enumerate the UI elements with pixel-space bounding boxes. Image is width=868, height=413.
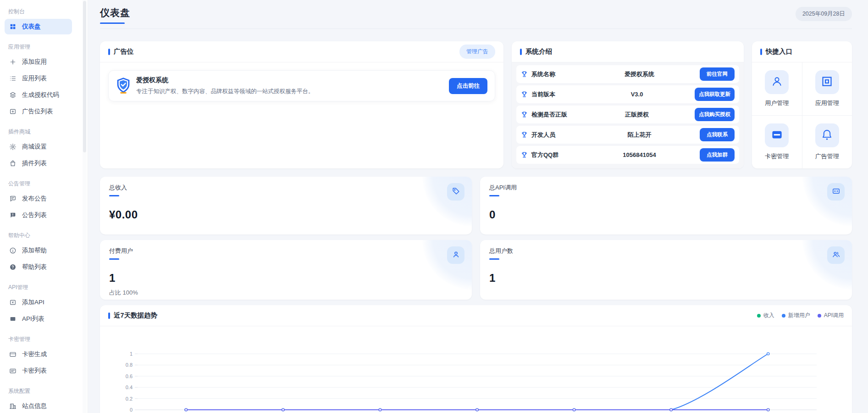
sidebar-item-add-help[interactable]: 添加帮助 (5, 243, 72, 258)
system-row-current-version: 当前版本V3.0点我获取更新 (516, 85, 739, 103)
sidebar-item-app-list[interactable]: 应用列表 (5, 71, 72, 86)
sidebar-section-label: 公告管理 (0, 172, 88, 191)
sidebar: 控制台仪表盘应用管理添加应用应用列表生成授权代码广告位列表插件商城商城设置插件列… (0, 0, 88, 413)
trophy-icon (521, 111, 528, 118)
sidebar-item-site-info[interactable]: 站点信息 (5, 398, 72, 413)
chart-legend: 收入新增用户API调用 (757, 312, 844, 319)
box-x-icon (9, 299, 17, 306)
ad-item[interactable]: 爱授权系统 专注于知识产权、数字内容、品牌权益等领域的一站式授权服务平台。 点击… (108, 70, 495, 101)
api-list-icon (9, 315, 17, 323)
system-row-button-developer[interactable]: 点我联系 (700, 128, 735, 141)
sidebar-item-label: 添加帮助 (22, 246, 47, 255)
system-card-title: 系统介绍 (525, 47, 552, 56)
legend-label: API调用 (824, 312, 844, 319)
card-manage-icon (771, 128, 783, 143)
sidebar-nav: 控制台仪表盘应用管理添加应用应用列表生成授权代码广告位列表插件商城商城设置插件列… (0, 0, 88, 413)
sidebar-item-label: 添加API (22, 298, 44, 307)
sidebar-item-label: API列表 (22, 315, 44, 323)
ad-slot-icon (9, 108, 17, 115)
ad-item-description: 专注于知识产权、数字内容、品牌权益等领域的一站式授权服务平台。 (136, 88, 314, 95)
sidebar-scrollbar-thumb[interactable] (83, 1, 86, 152)
sidebar-item-plugin-list[interactable]: 插件列表 (5, 156, 72, 171)
system-row-button-system-name[interactable]: 前往官网 (700, 67, 735, 81)
quick-entry-card-manage[interactable]: 卡密管理 (752, 116, 802, 168)
system-row-label: 官方QQ群 (531, 151, 579, 159)
stat-label-underline (489, 258, 499, 260)
system-row-label: 开发人员 (531, 131, 579, 139)
legend-item-API调用[interactable]: API调用 (818, 312, 844, 319)
quick-entry-card: 快捷入口 用户管理应用管理卡密管理广告管理 (752, 41, 852, 168)
sidebar-item-card-gen[interactable]: 卡密生成 (5, 346, 72, 362)
ad-slot-card: 广告位 管理广告 爱授权系统 专注于知识产权、数字内容、品牌权益等领域的一站式授… (100, 41, 503, 168)
sidebar-section-label: 应用管理 (0, 35, 88, 54)
stats-grid: 总收入¥0.00总API调用0付费用户1占比 100%总用户数1 (100, 177, 852, 300)
user-check-icon (452, 250, 460, 261)
sidebar-scrollbar[interactable] (83, 0, 87, 413)
stat-label: 总用户数 (489, 247, 843, 255)
stat-card-total-api-calls: 总API调用0 (480, 177, 852, 234)
sidebar-item-ad-slot-list[interactable]: 广告位列表 (5, 104, 72, 119)
ad-item-name: 爱授权系统 (136, 76, 314, 84)
api-card-icon (832, 187, 840, 197)
legend-item-收入[interactable]: 收入 (757, 312, 774, 319)
chart-title: 近7天数据趋势 (114, 311, 157, 320)
trophy-icon (521, 71, 528, 78)
system-row-button-qq-group[interactable]: 点我加群 (700, 148, 735, 162)
legend-dot (818, 314, 821, 318)
system-row-button-genuine-check[interactable]: 点我购买授权 (695, 108, 735, 121)
sidebar-item-label: 发布公告 (22, 195, 47, 203)
svg-text:1: 1 (130, 351, 133, 357)
building-icon (9, 402, 17, 410)
svg-text:0.8: 0.8 (126, 362, 133, 368)
quick-entry-user-manage[interactable]: 用户管理 (752, 62, 802, 115)
stat-label-underline (489, 195, 499, 196)
list-icon (9, 75, 17, 82)
user-icon (771, 75, 783, 89)
system-row-value: V3.0 (579, 91, 695, 98)
quick-entry-label: 广告管理 (815, 152, 839, 161)
layers-icon (9, 91, 17, 99)
svg-text:0.4: 0.4 (126, 385, 133, 390)
sidebar-item-label: 仪表盘 (22, 22, 41, 31)
stat-card-total-users: 总用户数1 (480, 240, 852, 300)
sidebar-item-gen-auth-code[interactable]: 生成授权代码 (5, 87, 72, 103)
svg-text:0.6: 0.6 (126, 374, 133, 379)
sidebar-section-label: 帮助中心 (0, 224, 88, 243)
sidebar-item-api-list[interactable]: API列表 (5, 311, 72, 327)
sidebar-item-add-app[interactable]: 添加应用 (5, 54, 72, 70)
svg-text:0.2: 0.2 (126, 396, 133, 402)
sidebar-item-label: 卡密生成 (22, 350, 47, 358)
trend-line-chart: 10.80.60.40.2009-2209-2309-2409-2509-260… (100, 328, 852, 413)
sidebar-item-label: 公告列表 (22, 211, 47, 219)
system-row-value: 爱授权系统 (579, 70, 700, 78)
sidebar-item-help-list[interactable]: 帮助列表 (5, 259, 72, 275)
users-icon (832, 250, 840, 261)
system-row-button-current-version[interactable]: 点我获取更新 (695, 88, 735, 101)
sidebar-item-publish-notice[interactable]: 发布公告 (5, 191, 72, 206)
app-manage-icon (821, 75, 833, 89)
sidebar-item-add-api[interactable]: 添加API (5, 295, 72, 310)
sidebar-item-shop-settings[interactable]: 商城设置 (5, 139, 72, 155)
quick-entry-ad-manage[interactable]: 广告管理 (802, 116, 852, 168)
trophy-icon (521, 131, 528, 138)
quick-entry-label: 应用管理 (815, 99, 839, 107)
sidebar-item-card-list[interactable]: 卡密列表 (5, 363, 72, 379)
quick-entry-grid: 用户管理应用管理卡密管理广告管理 (752, 62, 852, 168)
legend-item-新增用户[interactable]: 新增用户 (782, 312, 810, 319)
manage-ads-button[interactable]: 管理广告 (459, 45, 495, 59)
sidebar-item-label: 卡密列表 (22, 367, 47, 375)
sidebar-item-notice-list[interactable]: 公告列表 (5, 207, 72, 223)
sidebar-item-label: 生成授权代码 (22, 91, 59, 99)
system-row-label: 检测是否正版 (531, 111, 579, 119)
plus-icon (9, 58, 17, 66)
system-row-qq-group: 官方QQ群1056841054点我加群 (516, 146, 739, 164)
sidebar-item-dashboard[interactable]: 仪表盘 (5, 19, 72, 34)
stat-label-underline (109, 195, 119, 196)
sidebar-item-label: 站点信息 (22, 402, 47, 410)
ad-card-title: 广告位 (114, 47, 134, 56)
quick-entry-app-manage[interactable]: 应用管理 (802, 62, 852, 115)
sidebar-item-label: 插件列表 (22, 159, 47, 167)
card-list-icon (9, 367, 17, 374)
ad-go-button[interactable]: 点击前往 (449, 78, 487, 94)
stat-label-underline (109, 258, 119, 260)
